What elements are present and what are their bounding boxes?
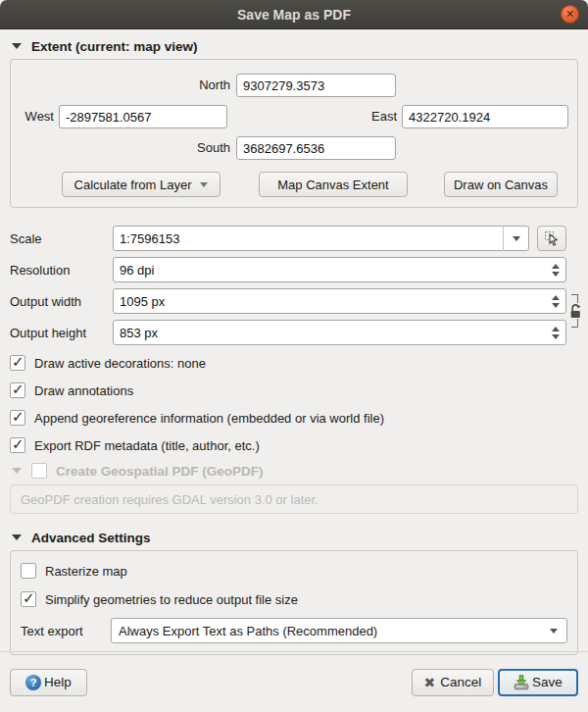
unlocked-padlock-icon <box>569 303 582 319</box>
output-height-spinbox <box>113 320 566 345</box>
size-link-toggle[interactable] <box>569 294 582 339</box>
scale-row: Scale <box>10 226 566 251</box>
export-rdf-row: Export RDF metadata (title, author, etc.… <box>10 435 578 455</box>
cancel-label: Cancel <box>440 675 481 689</box>
collapse-triangle-icon <box>12 534 22 540</box>
save-label: Save <box>532 675 563 689</box>
append-georeference-row: Append georeference information (embedde… <box>10 408 578 428</box>
output-width-spinbox <box>113 288 566 314</box>
calculate-from-layer-label: Calculate from Layer <box>74 178 192 192</box>
west-label: West <box>13 105 54 128</box>
resolution-row: Resolution <box>10 257 566 282</box>
chevron-down-icon <box>550 629 558 634</box>
east-label: East <box>356 105 397 128</box>
north-input[interactable] <box>236 74 396 97</box>
rasterize-row: Rasterize map <box>21 561 567 581</box>
text-export-value: Always Export Text as Paths (Recommended… <box>119 624 377 638</box>
scale-label: Scale <box>10 231 113 246</box>
set-scale-from-canvas-button[interactable] <box>537 226 566 251</box>
scale-dropdown-button[interactable] <box>503 226 529 251</box>
south-input[interactable] <box>236 136 396 160</box>
resolution-spinner[interactable] <box>552 257 560 282</box>
text-export-row: Text export Always Export Text as Paths … <box>21 618 567 643</box>
east-input[interactable] <box>402 105 568 128</box>
collapse-triangle-icon <box>12 43 22 49</box>
map-canvas-extent-button[interactable]: Map Canvas Extent <box>259 172 408 197</box>
dialog-footer: ? Help ✖ Cancel Save <box>0 651 588 712</box>
draw-annotations-row: Draw annotations <box>10 381 578 400</box>
draw-annotations-label: Draw annotations <box>34 383 133 398</box>
cancel-x-icon: ✖ <box>424 675 436 690</box>
extent-group-header[interactable]: Extent (current: map view) <box>12 36 576 56</box>
export-rdf-checkbox[interactable] <box>10 437 25 453</box>
resolution-input[interactable] <box>113 257 566 282</box>
window-titlebar[interactable]: Save Map as PDF ✕ <box>0 0 588 29</box>
collapse-triangle-icon <box>12 468 22 474</box>
geopdf-checkbox <box>31 463 47 479</box>
link-bracket-top <box>571 294 578 303</box>
scale-input[interactable] <box>113 226 529 251</box>
draw-annotations-checkbox[interactable] <box>10 382 25 398</box>
west-input[interactable] <box>59 105 227 128</box>
text-export-label: Text export <box>21 624 111 638</box>
save-button[interactable]: Save <box>498 669 578 696</box>
save-map-as-pdf-dialog: Save Map as PDF ✕ Extent (current: map v… <box>0 0 588 712</box>
dropdown-arrow-zone <box>540 619 566 642</box>
south-label: South <box>138 136 230 160</box>
rasterize-checkbox[interactable] <box>21 563 36 579</box>
resolution-spinbox <box>113 257 566 282</box>
spin-up-icon[interactable] <box>552 327 560 331</box>
geopdf-group-title: Create Geospatial PDF (GeoPDF) <box>56 464 264 479</box>
close-button[interactable]: ✕ <box>561 5 579 24</box>
close-icon: ✕ <box>565 8 574 21</box>
output-height-input[interactable] <box>113 320 566 345</box>
output-height-row: Output height <box>10 320 566 345</box>
geopdf-message-box: GeoPDF creation requires GDAL version 3.… <box>10 484 578 514</box>
output-height-spinner[interactable] <box>552 320 560 345</box>
draw-on-canvas-label: Draw on Canvas <box>454 178 548 192</box>
map-canvas-extent-label: Map Canvas Extent <box>277 178 388 192</box>
chevron-down-icon <box>513 236 520 241</box>
draw-decorations-label: Draw active decorations: none <box>34 356 206 371</box>
spin-up-icon[interactable] <box>552 264 560 269</box>
spin-down-icon[interactable] <box>552 303 560 308</box>
spin-down-icon[interactable] <box>552 334 560 339</box>
calculate-from-layer-button[interactable]: Calculate from Layer <box>62 172 220 197</box>
output-width-row: Output width <box>10 288 566 314</box>
extent-group-title: Extent (current: map view) <box>31 39 198 54</box>
simplify-row: Simplify geometries to reduce output fil… <box>21 589 567 609</box>
link-bracket-bottom <box>571 319 578 328</box>
window-title: Save Map as PDF <box>237 7 351 23</box>
north-label: North <box>138 74 230 97</box>
output-width-label: Output width <box>10 294 113 309</box>
help-button[interactable]: ? Help <box>10 669 87 696</box>
append-georeference-checkbox[interactable] <box>10 410 25 426</box>
scale-combobox <box>113 226 529 251</box>
output-width-input[interactable] <box>113 288 566 314</box>
geopdf-message: GeoPDF creation requires GDAL version 3.… <box>21 492 318 507</box>
extent-box: North West East South Calculate from Lay… <box>10 59 578 208</box>
cancel-button[interactable]: ✖ Cancel <box>412 669 494 696</box>
rasterize-label: Rasterize map <box>45 564 127 579</box>
help-label: Help <box>44 675 72 689</box>
append-georeference-label: Append georeference information (embedde… <box>34 411 384 426</box>
dialog-content: Extent (current: map view) North West Ea… <box>0 36 588 655</box>
output-width-spinner[interactable] <box>552 288 560 314</box>
save-icon <box>514 675 529 690</box>
advanced-settings-title: Advanced Settings <box>31 531 151 545</box>
resolution-label: Resolution <box>10 263 113 278</box>
settings-rows: Scale Resolution <box>10 226 566 345</box>
draw-on-canvas-button[interactable]: Draw on Canvas <box>444 172 558 197</box>
advanced-settings-box: Rasterize map Simplify geometries to red… <box>10 550 578 655</box>
geopdf-group-header: Create Geospatial PDF (GeoPDF) <box>12 461 576 481</box>
draw-decorations-checkbox[interactable] <box>10 355 25 371</box>
export-rdf-label: Export RDF metadata (title, author, etc.… <box>34 438 260 453</box>
simplify-checkbox[interactable] <box>21 591 36 607</box>
output-height-label: Output height <box>10 326 113 340</box>
spin-up-icon[interactable] <box>552 295 560 300</box>
spin-down-icon[interactable] <box>552 272 560 277</box>
advanced-settings-header[interactable]: Advanced Settings <box>12 528 576 547</box>
dropdown-arrow-icon <box>200 182 208 187</box>
text-export-dropdown[interactable]: Always Export Text as Paths (Recommended… <box>111 618 567 643</box>
help-icon: ? <box>25 675 41 690</box>
